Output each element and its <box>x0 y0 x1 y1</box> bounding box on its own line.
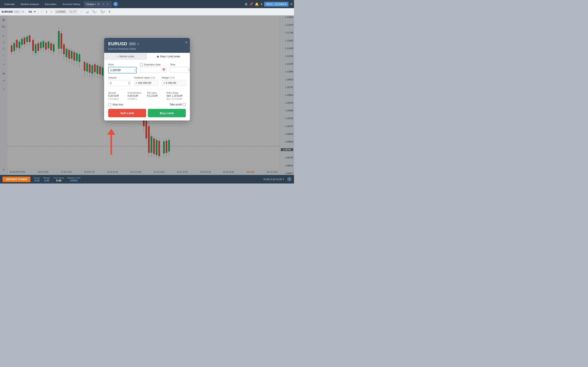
tab-stop-limit-order[interactable]: ◉ Stop / Limit order <box>147 53 190 60</box>
bell-icon[interactable]: 🔔 <box>255 2 259 6</box>
modal-info-icon[interactable]: ℹ <box>138 42 139 45</box>
charts-chevron-icon: ▾ <box>95 3 96 5</box>
price-up-arrow[interactable]: ▲ <box>134 68 136 70</box>
nav-charts[interactable]: Charts ▾ ⊡ ↗ × <box>84 1 112 7</box>
expiration-group: Expiration date 📅 <box>140 63 167 73</box>
commission-pct: ( 0.00% ) <box>128 98 147 100</box>
expiration-checkbox[interactable] <box>140 63 143 66</box>
toolbar-separator-2 <box>38 10 38 14</box>
chart-toolbar: EURUSD CFD ▾ ℹ H1 − 1 + 1.07846 SL/TP ⟋ … <box>0 8 294 16</box>
commission-stat: Commission 0.00 EUR ( 0.00% ) <box>128 92 147 100</box>
zoom-in-icon[interactable]: 🔍+ <box>99 10 106 14</box>
help-button[interactable]: ? <box>287 177 292 182</box>
topbar: Calendar Market analysis Education Accou… <box>0 0 294 8</box>
price-input-wrap: ▲ ▼ <box>108 67 137 73</box>
buy-limit-button[interactable]: Buy Limit <box>148 109 186 117</box>
instrument-name[interactable]: EURUSD <box>2 10 13 13</box>
stop-loss-label: Stop loss <box>112 103 123 106</box>
price-down-arrow[interactable]: ▼ <box>134 70 136 72</box>
swap-buy: Buy: -6.74 EUR <box>166 98 186 100</box>
time-input[interactable] <box>170 67 190 73</box>
modal-instrument-name: EURUSD <box>108 41 127 47</box>
volume-label: Volume <box>108 76 131 79</box>
margin-item: Margin 0.00 <box>43 176 50 182</box>
time-group: Time 🕐 <box>170 63 190 73</box>
free-funds-label: Free funds <box>53 176 64 179</box>
calendar-icon: 📅 <box>162 68 165 71</box>
price-expiration-row: Price ▲ ▼ Expiration date <box>108 63 186 73</box>
menu-icon[interactable]: ≡ <box>290 2 292 6</box>
windows-icon[interactable]: ⊞ <box>245 2 247 6</box>
topbar-right: ⊞ 📌 🔔 ● REAL 1323409 ▾ ≡ <box>245 2 292 7</box>
commission-label: Commission <box>128 92 147 94</box>
margin-currency: EUR <box>170 76 175 79</box>
contract-currency: EUR <box>150 76 155 79</box>
equity-item: Equity 0.00 <box>34 176 40 182</box>
modal-tabs: ○ Market order ◉ Stop / Limit order <box>104 53 190 60</box>
close-tab-icon[interactable]: × <box>106 2 109 6</box>
take-profit-label: Take profit <box>169 103 182 106</box>
market-order-icon: ○ <box>117 55 118 58</box>
margin-label: Margin <box>162 76 169 79</box>
tab-market-order[interactable]: ○ Market order <box>104 53 147 60</box>
pin-icon[interactable]: 📌 <box>249 2 253 6</box>
time-input-wrap: 🕐 <box>170 67 190 73</box>
toolbar-separator-1 <box>25 10 26 14</box>
indicator-icon[interactable]: 📊 <box>84 10 90 14</box>
stop-loss-checkbox-item[interactable]: Stop loss <box>108 103 123 106</box>
nav-account-history[interactable]: Account history <box>60 1 83 7</box>
margin-group: Margin EUR ≈ 3 330.00 <box>162 76 186 86</box>
date-input-wrap: 📅 <box>140 67 167 73</box>
price-group: Price ▲ ▼ <box>108 63 137 73</box>
margin-value: 0.00 <box>44 179 49 182</box>
free-funds-item: Free funds 0.00 <box>53 176 64 182</box>
chart-container: ⊞ f(x) + | □ ∿ ⁴¹ ⊞ 📊 ↗ + <box>0 16 294 175</box>
instrument-chevron-icon[interactable]: ▾ <box>21 11 22 13</box>
account-button[interactable]: REAL 1323409 ▾ <box>264 2 289 7</box>
free-funds-value: 0.00 <box>56 179 61 182</box>
minus-button[interactable]: − <box>40 10 44 14</box>
pip-label: Pip value <box>147 92 166 94</box>
plus-button[interactable]: + <box>49 10 53 14</box>
instrument-info-icon[interactable]: ℹ <box>23 10 24 13</box>
volume-input[interactable] <box>108 80 131 86</box>
spread-stat: Spread 8.20 EUR ( 0.9 pips ) <box>108 92 128 100</box>
deposit-funds-button[interactable]: DEPOSIT FUNDS <box>2 176 30 182</box>
spread-pips: ( 0.9 pips ) <box>108 98 128 100</box>
nav-market-analysis[interactable]: Market analysis <box>18 1 42 7</box>
modal-header: EURUSD CFD ℹ Euro to American Dollar × <box>104 38 190 53</box>
timeframe-selector[interactable]: H1 <box>27 9 36 14</box>
modal-close-button[interactable]: × <box>185 40 187 45</box>
zoom-out-icon[interactable]: 🔍− <box>91 10 98 14</box>
take-profit-checkbox-item[interactable]: Take profit <box>169 103 186 106</box>
nav-education[interactable]: Education <box>42 1 59 7</box>
restore-icon[interactable]: ⊡ <box>96 2 100 6</box>
swap-label: Daily Swap <box>166 92 186 94</box>
add-tab-button[interactable]: + <box>113 2 118 6</box>
stats-row: Spread 8.20 EUR ( 0.9 pips ) Commission … <box>108 89 186 100</box>
sl-tp-button[interactable]: SL/TP <box>68 10 78 14</box>
margin-level-label: Margin-Level <box>67 176 80 179</box>
spread-value: 8.20 EUR <box>108 94 128 97</box>
sell-limit-button[interactable]: Sell Limit <box>108 109 146 117</box>
pip-stat: Pip value 9.11 EUR <box>147 92 166 100</box>
price-input[interactable] <box>108 67 137 73</box>
nav-calendar[interactable]: Calendar <box>2 1 17 7</box>
take-profit-checkbox[interactable] <box>183 103 186 106</box>
contract-value-group: Contract value EUR ≈ 100 000.00 <box>134 76 158 86</box>
popout-icon[interactable]: ↗ <box>101 2 105 6</box>
draw-line-icon[interactable]: ⟋ <box>78 10 84 14</box>
swap-stat: Daily Swap Sell: 1.19 EUR Buy: -6.74 EUR <box>166 92 186 100</box>
margin-level-value: 0.00% <box>70 179 78 182</box>
modal-body: Price ▲ ▼ Expiration date <box>104 60 190 120</box>
modal-title-row: EURUSD CFD ℹ <box>108 41 186 47</box>
swap-sell: Sell: 1.19 EUR <box>166 94 186 97</box>
sl-tp-row: Stop loss Take profit <box>108 103 186 106</box>
stop-loss-checkbox[interactable] <box>108 103 111 106</box>
equity-label: Equity <box>34 176 40 179</box>
modal-overlay: EURUSD CFD ℹ Euro to American Dollar × ○… <box>0 16 294 175</box>
crosshair-icon[interactable]: ✛ <box>107 10 112 14</box>
volume-up-arrow[interactable]: ▲ <box>128 81 130 83</box>
margin-label: Margin <box>43 176 50 179</box>
volume-down-arrow[interactable]: ▼ <box>128 83 130 85</box>
